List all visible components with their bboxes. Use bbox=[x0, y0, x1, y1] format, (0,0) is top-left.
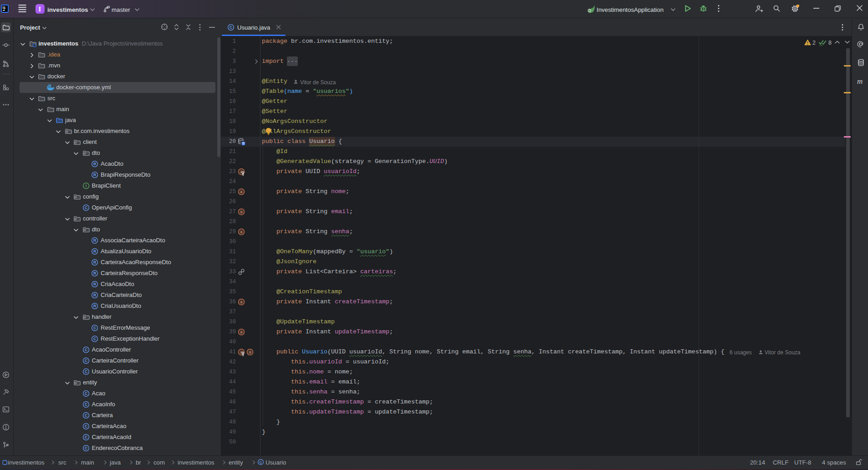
svg-text:C: C bbox=[84, 435, 87, 439]
svg-text:C: C bbox=[84, 446, 87, 450]
svg-text:C: C bbox=[84, 413, 87, 418]
svg-text:I: I bbox=[85, 184, 86, 188]
svg-text:C: C bbox=[84, 369, 87, 374]
svg-text:R: R bbox=[93, 249, 97, 254]
svg-text:C: C bbox=[260, 460, 262, 465]
svg-text:C: C bbox=[93, 337, 96, 341]
svg-text:a: a bbox=[240, 230, 243, 235]
svg-text:a: a bbox=[240, 300, 243, 305]
svg-text:C: C bbox=[84, 358, 87, 363]
svg-text:R: R bbox=[93, 260, 97, 265]
svg-text:R: R bbox=[93, 162, 97, 166]
svg-text:a: a bbox=[240, 210, 243, 215]
svg-text:R: R bbox=[93, 271, 97, 276]
svg-text:R: R bbox=[93, 173, 97, 177]
svg-text:C: C bbox=[84, 391, 87, 396]
svg-text:C: C bbox=[84, 424, 87, 429]
svg-text:C: C bbox=[84, 402, 87, 407]
svg-text:C: C bbox=[93, 326, 96, 330]
svg-text:C: C bbox=[84, 347, 87, 352]
svg-text:R: R bbox=[93, 282, 97, 286]
svg-text:a: a bbox=[240, 330, 243, 335]
svg-text:R: R bbox=[93, 304, 97, 308]
svg-text:R: R bbox=[93, 293, 97, 297]
svg-text:a: a bbox=[240, 190, 243, 194]
svg-text:C: C bbox=[84, 205, 87, 210]
svg-text:R: R bbox=[93, 238, 97, 243]
svg-text:a: a bbox=[249, 350, 251, 355]
svg-text:C: C bbox=[230, 25, 232, 30]
